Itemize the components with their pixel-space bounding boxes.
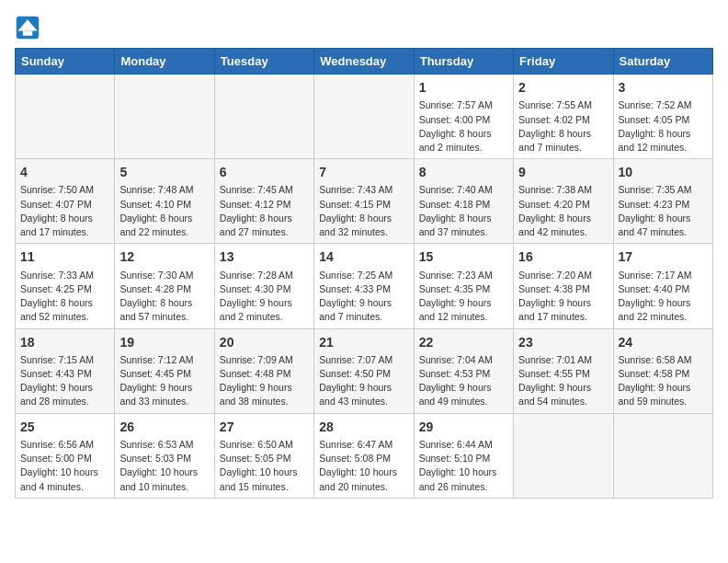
calendar-cell: 19Sunrise: 7:12 AMSunset: 4:45 PMDayligh…	[115, 328, 214, 413]
logo	[15, 15, 44, 40]
calendar-cell: 22Sunrise: 7:04 AMSunset: 4:53 PMDayligh…	[414, 328, 513, 413]
day-info: and 12 minutes.	[619, 141, 708, 155]
day-info: Daylight: 10 hours	[119, 465, 209, 479]
day-info: Sunrise: 7:43 AM	[319, 183, 408, 197]
day-number: 8	[419, 163, 508, 181]
day-number: 4	[20, 163, 109, 181]
day-info: Daylight: 9 hours	[20, 381, 109, 395]
day-info: Daylight: 9 hours	[518, 296, 608, 310]
day-info: and 7 minutes.	[518, 141, 608, 155]
day-info: Sunrise: 7:04 AM	[419, 353, 508, 367]
day-number: 7	[319, 163, 408, 181]
day-number: 17	[619, 247, 708, 266]
day-info: and 22 minutes.	[119, 225, 209, 239]
day-info: Sunrise: 7:20 AM	[518, 269, 608, 282]
calendar-cell: 9Sunrise: 7:38 AMSunset: 4:20 PMDaylight…	[514, 159, 613, 244]
day-number: 3	[619, 78, 708, 97]
calendar-cell: 24Sunrise: 6:58 AMSunset: 4:58 PMDayligh…	[613, 328, 712, 413]
day-info: Daylight: 8 hours	[518, 212, 608, 225]
calendar-cell: 6Sunrise: 7:45 AMSunset: 4:12 PMDaylight…	[214, 159, 313, 244]
weekday-header-row: SundayMondayTuesdayWednesdayThursdayFrid…	[16, 49, 713, 75]
day-info: Daylight: 9 hours	[319, 296, 408, 310]
weekday-header-sunday: Sunday	[16, 49, 115, 75]
day-number: 23	[518, 333, 608, 351]
day-info: Sunrise: 7:50 AM	[20, 183, 109, 197]
day-info: and 7 minutes.	[319, 310, 408, 324]
calendar-cell: 2Sunrise: 7:55 AMSunset: 4:02 PMDaylight…	[514, 75, 613, 159]
day-number: 11	[20, 247, 109, 266]
day-info: Sunset: 4:28 PM	[119, 282, 209, 296]
day-info: Sunrise: 7:45 AM	[220, 183, 309, 197]
day-number: 2	[518, 78, 608, 97]
day-info: Daylight: 10 hours	[220, 465, 309, 479]
weekday-header-tuesday: Tuesday	[214, 49, 313, 75]
day-info: and 28 minutes.	[20, 395, 109, 408]
day-info: Sunset: 4:20 PM	[518, 198, 608, 212]
day-info: Daylight: 9 hours	[419, 381, 508, 395]
day-number: 14	[319, 247, 408, 266]
day-info: Sunset: 4:02 PM	[518, 113, 608, 127]
calendar-cell: 4Sunrise: 7:50 AMSunset: 4:07 PMDaylight…	[16, 159, 115, 244]
day-info: and 33 minutes.	[119, 395, 209, 408]
calendar-cell: 16Sunrise: 7:20 AMSunset: 4:38 PMDayligh…	[514, 244, 613, 328]
day-info: Sunrise: 6:56 AM	[20, 438, 109, 452]
calendar-cell: 25Sunrise: 6:56 AMSunset: 5:00 PMDayligh…	[16, 413, 115, 498]
weekday-header-monday: Monday	[115, 49, 214, 75]
day-info: Daylight: 8 hours	[619, 212, 708, 225]
day-info: Daylight: 9 hours	[119, 381, 209, 395]
day-info: Sunrise: 7:57 AM	[419, 98, 508, 112]
weekday-header-friday: Friday	[514, 49, 613, 75]
calendar-cell: 12Sunrise: 7:30 AMSunset: 4:28 PMDayligh…	[115, 244, 214, 328]
day-info: and 47 minutes.	[619, 225, 708, 239]
day-info: Sunrise: 7:09 AM	[220, 353, 309, 367]
calendar-cell: 10Sunrise: 7:35 AMSunset: 4:23 PMDayligh…	[613, 159, 712, 244]
calendar-cell	[214, 75, 313, 159]
calendar-cell: 14Sunrise: 7:25 AMSunset: 4:33 PMDayligh…	[314, 244, 414, 328]
day-info: and 2 minutes.	[419, 141, 508, 155]
day-info: and 15 minutes.	[220, 480, 309, 494]
calendar-cell	[314, 75, 414, 159]
calendar-cell: 5Sunrise: 7:48 AMSunset: 4:10 PMDaylight…	[115, 159, 214, 244]
page-header	[15, 15, 713, 40]
day-info: and 10 minutes.	[119, 480, 209, 494]
day-info: and 20 minutes.	[319, 480, 408, 494]
calendar-week-4: 18Sunrise: 7:15 AMSunset: 4:43 PMDayligh…	[16, 328, 713, 413]
day-info: Daylight: 10 hours	[20, 465, 109, 479]
day-info: and 32 minutes.	[319, 225, 408, 239]
day-info: Sunrise: 6:53 AM	[119, 438, 209, 452]
calendar-cell	[613, 413, 712, 498]
day-info: Sunrise: 7:12 AM	[119, 353, 209, 367]
day-info: Sunset: 4:12 PM	[220, 198, 309, 212]
day-info: Sunset: 4:25 PM	[20, 282, 109, 296]
day-info: Sunset: 4:53 PM	[419, 367, 508, 381]
day-info: Sunset: 4:48 PM	[220, 367, 309, 381]
day-info: Sunset: 4:40 PM	[619, 282, 708, 296]
day-info: Sunrise: 7:17 AM	[619, 269, 708, 282]
day-info: and 22 minutes.	[619, 310, 708, 324]
calendar-cell: 1Sunrise: 7:57 AMSunset: 4:00 PMDaylight…	[414, 75, 513, 159]
day-info: Daylight: 8 hours	[220, 212, 309, 225]
calendar-cell: 7Sunrise: 7:43 AMSunset: 4:15 PMDaylight…	[314, 159, 414, 244]
calendar-cell: 3Sunrise: 7:52 AMSunset: 4:05 PMDaylight…	[613, 75, 712, 159]
day-number: 22	[419, 333, 508, 351]
day-info: and 57 minutes.	[119, 310, 209, 324]
day-info: Sunset: 4:43 PM	[20, 367, 109, 381]
day-info: Sunset: 4:58 PM	[619, 367, 708, 381]
day-info: Sunset: 5:03 PM	[119, 452, 209, 465]
day-info: Sunset: 4:15 PM	[319, 198, 408, 212]
day-info: Sunset: 4:10 PM	[119, 198, 209, 212]
day-info: Sunrise: 7:01 AM	[518, 353, 608, 367]
day-number: 25	[20, 418, 109, 436]
day-info: Sunrise: 7:48 AM	[119, 183, 209, 197]
day-info: Sunset: 4:07 PM	[20, 198, 109, 212]
day-info: Sunset: 5:00 PM	[20, 452, 109, 465]
calendar-cell	[115, 75, 214, 159]
day-info: Daylight: 8 hours	[518, 127, 608, 141]
day-info: Daylight: 9 hours	[619, 381, 708, 395]
day-info: Sunset: 4:18 PM	[419, 198, 508, 212]
day-info: Daylight: 8 hours	[419, 127, 508, 141]
day-info: and 37 minutes.	[419, 225, 508, 239]
weekday-header-saturday: Saturday	[613, 49, 712, 75]
day-info: Sunrise: 6:47 AM	[319, 438, 408, 452]
day-info: and 54 minutes.	[518, 395, 608, 408]
